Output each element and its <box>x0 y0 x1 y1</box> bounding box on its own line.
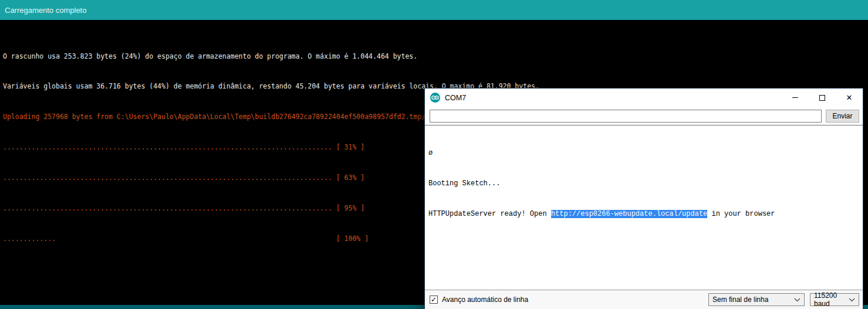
baud-rate-value: 115200 baud <box>814 291 849 308</box>
baud-rate-select[interactable]: 115200 baud <box>810 293 859 306</box>
serial-output-line: HTTPUpdateServer ready! Open http://esp8… <box>428 209 859 219</box>
send-button[interactable]: Enviar <box>826 110 859 123</box>
line-ending-value: Sem final de linha <box>712 296 768 304</box>
serial-input-row: Enviar <box>425 107 863 125</box>
checkmark-icon: ✓ <box>431 296 437 303</box>
serial-output-area[interactable]: ø Booting Sketch... HTTPUpdateServer rea… <box>425 125 863 290</box>
ide-status-bar: Carregamento completo <box>0 0 868 20</box>
serial-output-line: Booting Sketch... <box>428 179 859 189</box>
maximize-button[interactable] <box>809 89 836 107</box>
line-ending-select[interactable]: Sem final de linha <box>708 293 805 306</box>
selected-url-text: http://esp8266-webupdate.local/update <box>551 210 707 218</box>
serial-monitor-bottombar: ✓ Avanço automático de linha Sem final d… <box>425 290 863 309</box>
minimize-button[interactable] <box>782 89 809 107</box>
autoscroll-checkbox[interactable]: ✓ <box>430 296 438 304</box>
ide-status-message: Carregamento completo <box>5 6 86 15</box>
serial-send-input[interactable] <box>430 110 822 123</box>
serial-output-line: ø <box>428 148 859 158</box>
chevron-down-icon <box>849 298 855 302</box>
serial-monitor-window: COM7 ✕ Enviar ø Booting Sketch... HTTPUp… <box>424 88 863 309</box>
serial-output-text: HTTPUpdateServer ready! Open <box>428 210 551 218</box>
chevron-down-icon <box>794 298 801 302</box>
autoscroll-label: Avanço automático de linha <box>442 296 528 304</box>
serial-monitor-titlebar[interactable]: COM7 ✕ <box>425 89 863 107</box>
close-icon: ✕ <box>846 94 853 101</box>
window-controls: ✕ <box>782 89 863 107</box>
arduino-logo-icon <box>430 93 440 103</box>
serial-output-text: in your browser <box>707 210 775 218</box>
window-title: COM7 <box>445 94 466 102</box>
console-sketch-size-line: O rascunho usa 253.823 bytes (24%) do es… <box>3 52 868 62</box>
close-button[interactable]: ✕ <box>836 89 863 107</box>
minimize-icon <box>792 97 798 98</box>
maximize-icon <box>819 95 825 101</box>
